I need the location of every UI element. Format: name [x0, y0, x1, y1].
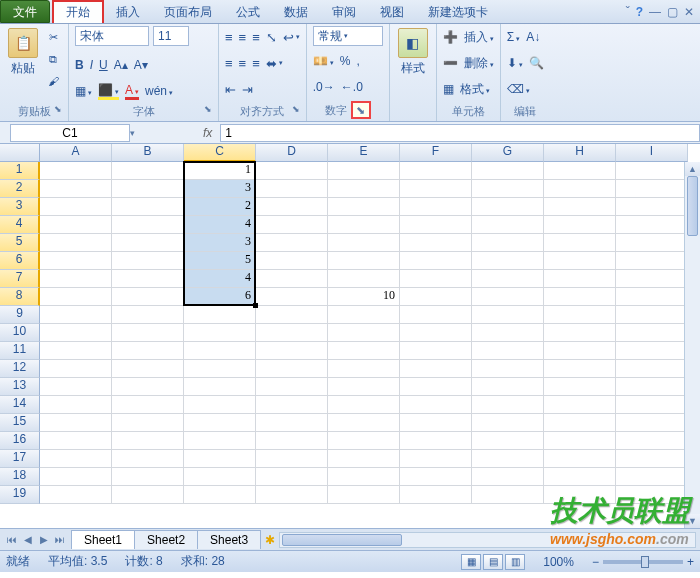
cell-H11[interactable]	[544, 342, 616, 360]
currency-icon[interactable]: 💴	[313, 54, 334, 68]
cell-C17[interactable]	[184, 450, 256, 468]
align-top-icon[interactable]: ≡	[225, 30, 233, 45]
cell-B17[interactable]	[112, 450, 184, 468]
cell-D16[interactable]	[256, 432, 328, 450]
cell-I7[interactable]	[616, 270, 688, 288]
zoom-out-button[interactable]: −	[592, 555, 599, 569]
cell-A18[interactable]	[40, 468, 112, 486]
cell-G2[interactable]	[472, 180, 544, 198]
cell-D11[interactable]	[256, 342, 328, 360]
format-cells-button[interactable]: 格式	[460, 81, 490, 98]
cell-H16[interactable]	[544, 432, 616, 450]
cell-G6[interactable]	[472, 252, 544, 270]
cell-C3[interactable]: 2	[184, 198, 256, 216]
delete-cells-button[interactable]: 删除	[464, 55, 494, 72]
cell-I1[interactable]	[616, 162, 688, 180]
cell-I9[interactable]	[616, 306, 688, 324]
cell-B12[interactable]	[112, 360, 184, 378]
cell-A10[interactable]	[40, 324, 112, 342]
cell-D13[interactable]	[256, 378, 328, 396]
cell-G3[interactable]	[472, 198, 544, 216]
vertical-scroll-thumb[interactable]	[687, 176, 698, 236]
cell-D4[interactable]	[256, 216, 328, 234]
fill-handle[interactable]	[253, 303, 258, 308]
cell-C2[interactable]: 3	[184, 180, 256, 198]
cell-C4[interactable]: 4	[184, 216, 256, 234]
horizontal-scrollbar[interactable]	[279, 532, 696, 548]
fx-icon[interactable]: fx	[203, 126, 212, 140]
cell-E13[interactable]	[328, 378, 400, 396]
tab-page-layout[interactable]: 页面布局	[152, 0, 224, 23]
new-sheet-icon[interactable]: ✱	[265, 533, 275, 547]
tab-start[interactable]: 开始	[52, 0, 104, 23]
cell-B8[interactable]	[112, 288, 184, 306]
sheet-tab-Sheet2[interactable]: Sheet2	[134, 530, 198, 549]
italic-button[interactable]: I	[90, 58, 93, 72]
decrease-decimal-icon[interactable]: ←.0	[341, 80, 363, 94]
sheet-tab-Sheet1[interactable]: Sheet1	[71, 530, 135, 549]
cell-H7[interactable]	[544, 270, 616, 288]
cell-F7[interactable]	[400, 270, 472, 288]
cell-H4[interactable]	[544, 216, 616, 234]
column-header-H[interactable]: H	[544, 144, 616, 162]
border-button[interactable]: ▦	[75, 84, 92, 98]
increase-decimal-icon[interactable]: .0→	[313, 80, 335, 94]
cell-H9[interactable]	[544, 306, 616, 324]
align-center-icon[interactable]: ≡	[239, 56, 247, 71]
scroll-down-icon[interactable]: ▼	[685, 514, 700, 528]
decrease-indent-icon[interactable]: ⇤	[225, 82, 236, 97]
row-header-1[interactable]: 1	[0, 162, 40, 180]
cell-I3[interactable]	[616, 198, 688, 216]
tab-file[interactable]: 文件	[0, 0, 50, 23]
cell-B19[interactable]	[112, 486, 184, 504]
cell-A17[interactable]	[40, 450, 112, 468]
number-format-select[interactable]: 常规	[313, 26, 383, 46]
name-box[interactable]: C1	[10, 124, 130, 142]
row-header-6[interactable]: 6	[0, 252, 40, 270]
cell-D14[interactable]	[256, 396, 328, 414]
align-left-icon[interactable]: ≡	[225, 56, 233, 71]
cell-I12[interactable]	[616, 360, 688, 378]
styles-button[interactable]: ◧ 样式	[396, 26, 430, 79]
cell-H17[interactable]	[544, 450, 616, 468]
prev-sheet-icon[interactable]: ◀	[20, 534, 36, 545]
cell-F19[interactable]	[400, 486, 472, 504]
font-size-select[interactable]: 11	[153, 26, 189, 46]
cell-E8[interactable]: 10	[328, 288, 400, 306]
column-header-A[interactable]: A	[40, 144, 112, 162]
cell-I2[interactable]	[616, 180, 688, 198]
cell-A11[interactable]	[40, 342, 112, 360]
tab-formulas[interactable]: 公式	[224, 0, 272, 23]
cell-F15[interactable]	[400, 414, 472, 432]
cell-B10[interactable]	[112, 324, 184, 342]
cell-E14[interactable]	[328, 396, 400, 414]
cell-H2[interactable]	[544, 180, 616, 198]
tab-insert[interactable]: 插入	[104, 0, 152, 23]
cell-I10[interactable]	[616, 324, 688, 342]
cell-A14[interactable]	[40, 396, 112, 414]
cell-E2[interactable]	[328, 180, 400, 198]
tab-new[interactable]: 新建选项卡	[416, 0, 500, 23]
cell-A8[interactable]	[40, 288, 112, 306]
row-header-18[interactable]: 18	[0, 468, 40, 486]
cell-H18[interactable]	[544, 468, 616, 486]
cell-I11[interactable]	[616, 342, 688, 360]
cell-A9[interactable]	[40, 306, 112, 324]
row-header-7[interactable]: 7	[0, 270, 40, 288]
horizontal-scroll-thumb[interactable]	[282, 534, 402, 546]
cell-F13[interactable]	[400, 378, 472, 396]
cell-E18[interactable]	[328, 468, 400, 486]
cell-C15[interactable]	[184, 414, 256, 432]
cell-F5[interactable]	[400, 234, 472, 252]
row-header-10[interactable]: 10	[0, 324, 40, 342]
cell-B15[interactable]	[112, 414, 184, 432]
cell-C6[interactable]: 5	[184, 252, 256, 270]
cell-E11[interactable]	[328, 342, 400, 360]
cell-E17[interactable]	[328, 450, 400, 468]
cell-F4[interactable]	[400, 216, 472, 234]
cell-D18[interactable]	[256, 468, 328, 486]
cell-D3[interactable]	[256, 198, 328, 216]
cell-H1[interactable]	[544, 162, 616, 180]
cell-A16[interactable]	[40, 432, 112, 450]
cell-G10[interactable]	[472, 324, 544, 342]
